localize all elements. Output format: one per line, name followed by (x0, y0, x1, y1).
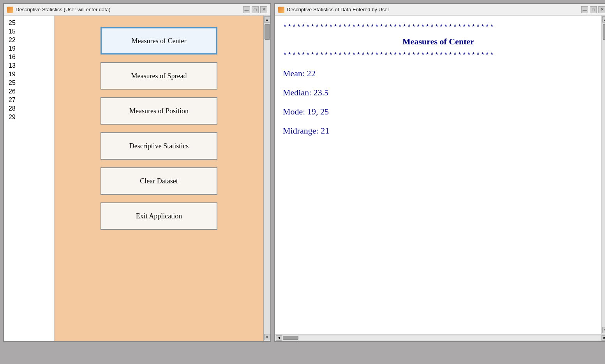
right-content-area: ****************************************… (275, 16, 601, 334)
right-title-area: Descriptive Statistics of Data Entered b… (278, 7, 389, 13)
right-maximize-button[interactable]: □ (590, 6, 597, 13)
list-item: 25 (5, 79, 53, 87)
data-list-panel: 25 15 22 19 16 13 19 25 26 27 28 29 (4, 16, 55, 341)
right-scroll-thumb[interactable] (603, 24, 605, 40)
list-item: 15 (5, 27, 53, 36)
list-item: 16 (5, 53, 53, 62)
left-window: Descriptive Statistics (User will enter … (3, 3, 271, 342)
list-item: 26 (5, 87, 53, 96)
right-app-icon (278, 7, 284, 13)
midrange-stat: Midrange: 21 (283, 124, 594, 137)
list-item: 13 (5, 62, 53, 70)
scroll-up-arrow[interactable]: ▲ (264, 16, 270, 23)
left-titlebar: Descriptive Statistics (User will enter … (4, 4, 270, 16)
left-window-controls: — □ ✕ (243, 6, 267, 13)
right-window-controls: — □ ✕ (581, 6, 605, 13)
descriptive-statistics-button[interactable]: Descriptive Statistics (101, 132, 217, 160)
exit-application-button[interactable]: Exit Application (101, 202, 217, 230)
left-title-area: Descriptive Statistics (User will enter … (7, 7, 110, 13)
h-scroll-track (283, 336, 601, 340)
mode-stat: Mode: 19, 25 (283, 105, 594, 118)
right-scrollbar[interactable]: ▲ ▼ (601, 16, 605, 334)
left-window-title: Descriptive Statistics (User will enter … (16, 7, 110, 12)
measures-of-position-button[interactable]: Measures of Position (101, 97, 217, 125)
buttons-panel: Measures of Center Measures of Spread Me… (55, 16, 263, 341)
left-scrollbar[interactable]: ▲ ▼ (263, 16, 270, 341)
scroll-thumb[interactable] (265, 24, 270, 40)
right-main-area: ****************************************… (275, 16, 605, 334)
list-item: 29 (5, 113, 53, 121)
section-heading: Measures of Center (283, 35, 594, 48)
h-scroll-left-arrow[interactable]: ◀ (276, 335, 282, 341)
h-scroll-right-arrow[interactable]: ▶ (601, 335, 605, 341)
scroll-down-arrow[interactable]: ▼ (264, 334, 270, 340)
right-bottom-scrollbar[interactable]: ◀ ▶ (275, 334, 605, 341)
h-scroll-thumb[interactable] (283, 336, 298, 340)
list-item: 19 (5, 44, 53, 53)
clear-dataset-button[interactable]: Clear Dataset (101, 167, 217, 195)
list-item: 25 (5, 19, 53, 27)
right-scroll-up-arrow[interactable]: ▲ (602, 16, 605, 23)
right-window: Descriptive Statistics of Data Entered b… (274, 3, 605, 342)
left-minimize-button[interactable]: — (243, 6, 250, 13)
left-maximize-button[interactable]: □ (252, 6, 259, 13)
right-close-button[interactable]: ✕ (598, 6, 605, 13)
measures-of-spread-button[interactable]: Measures of Spread (101, 62, 217, 90)
right-window-title: Descriptive Statistics of Data Entered b… (287, 7, 389, 12)
right-scroll-down-arrow[interactable]: ▼ (602, 327, 605, 333)
median-stat: Median: 23.5 (283, 86, 594, 99)
stars-top: ****************************************… (283, 22, 594, 33)
right-titlebar: Descriptive Statistics of Data Entered b… (275, 4, 605, 16)
left-app-icon (7, 7, 13, 13)
mean-stat: Mean: 22 (283, 67, 594, 80)
right-minimize-button[interactable]: — (581, 6, 588, 13)
list-item: 27 (5, 96, 53, 104)
list-item: 28 (5, 104, 53, 113)
measures-of-center-button[interactable]: Measures of Center (101, 27, 217, 55)
stars-bottom: ****************************************… (283, 50, 594, 61)
list-item: 19 (5, 70, 53, 79)
left-close-button[interactable]: ✕ (260, 6, 267, 13)
list-item: 22 (5, 36, 53, 44)
left-content-area: 25 15 22 19 16 13 19 25 26 27 28 29 Meas… (4, 16, 270, 341)
